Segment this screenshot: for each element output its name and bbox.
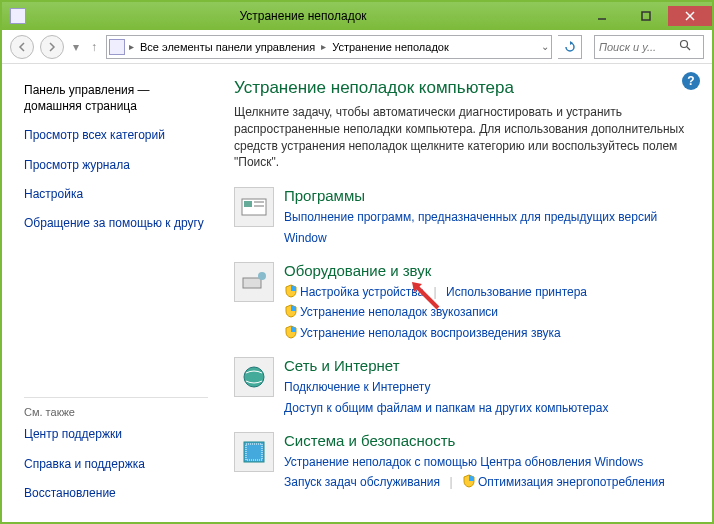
chevron-down-icon[interactable]: ⌄ <box>541 41 549 52</box>
troubleshoot-link-power[interactable]: Оптимизация энергопотребления <box>478 475 665 489</box>
category-network: Сеть и Интернет Подключение к Интернету … <box>234 357 698 418</box>
category-hardware: Оборудование и звук Настройка устройства… <box>234 262 698 343</box>
category-title[interactable]: Система и безопасность <box>284 432 698 449</box>
sidebar-link-history[interactable]: Просмотр журнала <box>24 157 208 173</box>
minimize-button[interactable] <box>580 6 624 26</box>
shield-icon <box>284 304 298 318</box>
hardware-icon <box>234 262 274 302</box>
category-title[interactable]: Программы <box>284 187 698 204</box>
main-panel: ? Устранение неполадок компьютера Щелкни… <box>216 64 712 522</box>
troubleshoot-link-configure-device[interactable]: Настройка устройства <box>300 285 424 299</box>
troubleshoot-link-shared-files[interactable]: Доступ к общим файлам и папкам на других… <box>284 401 608 415</box>
shield-icon <box>284 325 298 339</box>
chevron-right-icon[interactable]: ▸ <box>129 41 134 52</box>
troubleshoot-link-playback[interactable]: Устранение неполадок воспроизведения зву… <box>300 326 561 340</box>
maximize-button[interactable] <box>624 6 668 26</box>
svg-rect-13 <box>244 442 264 462</box>
app-icon <box>10 8 26 24</box>
window-title: Устранение неполадок <box>26 9 580 23</box>
close-button[interactable] <box>668 6 712 26</box>
navbar: ▾ ↑ ▸ Все элементы панели управления ▸ У… <box>2 30 712 64</box>
chevron-right-icon[interactable]: ▸ <box>321 41 326 52</box>
sidebar-link-all-categories[interactable]: Просмотр всех категорий <box>24 127 208 143</box>
back-button[interactable] <box>10 35 34 59</box>
breadcrumb[interactable]: ▸ Все элементы панели управления ▸ Устра… <box>106 35 552 59</box>
content-area: Панель управления — домашняя страница Пр… <box>2 64 712 522</box>
svg-rect-9 <box>254 205 264 207</box>
location-icon <box>109 39 125 55</box>
system-icon <box>234 432 274 472</box>
svg-point-11 <box>258 272 266 280</box>
svg-line-5 <box>687 47 690 50</box>
troubleshoot-link-windows-update[interactable]: Устранение неполадок с помощью Центра об… <box>284 455 643 469</box>
breadcrumb-item[interactable]: Устранение неполадок <box>330 41 451 53</box>
refresh-button[interactable] <box>558 35 582 59</box>
shield-icon <box>284 284 298 298</box>
category-system: Система и безопасность Устранение непола… <box>234 432 698 493</box>
sidebar-link-recovery[interactable]: Восстановление <box>24 485 208 501</box>
svg-rect-8 <box>254 201 264 203</box>
divider <box>24 397 208 398</box>
page-description: Щелкните задачу, чтобы автоматически диа… <box>234 104 698 171</box>
search-box[interactable] <box>594 35 704 59</box>
svg-rect-10 <box>243 278 261 288</box>
troubleshoot-link-maintenance[interactable]: Запуск задач обслуживания <box>284 475 440 489</box>
sidebar-link-help-friend[interactable]: Обращение за помощью к другу <box>24 215 208 231</box>
troubleshoot-link[interactable]: Выполнение программ, предназначенных для… <box>284 210 657 244</box>
sidebar-link-action-center[interactable]: Центр поддержки <box>24 426 208 442</box>
svg-point-4 <box>681 41 688 48</box>
category-programs: Программы Выполнение программ, предназна… <box>234 187 698 248</box>
sidebar-heading[interactable]: Панель управления — домашняя страница <box>24 82 208 114</box>
troubleshoot-link-internet[interactable]: Подключение к Интернету <box>284 380 431 394</box>
search-icon[interactable] <box>679 39 691 54</box>
search-input[interactable] <box>599 41 679 53</box>
svg-rect-1 <box>642 12 650 20</box>
sidebar-link-settings[interactable]: Настройка <box>24 186 208 202</box>
shield-icon <box>462 474 476 488</box>
programs-icon <box>234 187 274 227</box>
history-dropdown-icon[interactable]: ▾ <box>70 40 82 54</box>
see-also-title: См. также <box>24 406 208 418</box>
page-title: Устранение неполадок компьютера <box>234 78 698 98</box>
sidebar-link-help-support[interactable]: Справка и поддержка <box>24 456 208 472</box>
category-title[interactable]: Оборудование и звук <box>284 262 698 279</box>
troubleshoot-link-recording[interactable]: Устранение неполадок звукозаписи <box>300 305 498 319</box>
forward-button[interactable] <box>40 35 64 59</box>
up-button[interactable]: ↑ <box>88 40 100 54</box>
troubleshoot-link-printer[interactable]: Использование принтера <box>446 285 587 299</box>
network-icon <box>234 357 274 397</box>
svg-point-12 <box>244 367 264 387</box>
help-icon[interactable]: ? <box>682 72 700 90</box>
svg-rect-7 <box>244 201 252 207</box>
titlebar: Устранение неполадок <box>2 2 712 30</box>
category-title[interactable]: Сеть и Интернет <box>284 357 698 374</box>
window-buttons <box>580 6 712 26</box>
breadcrumb-item[interactable]: Все элементы панели управления <box>138 41 317 53</box>
sidebar: Панель управления — домашняя страница Пр… <box>2 64 216 522</box>
